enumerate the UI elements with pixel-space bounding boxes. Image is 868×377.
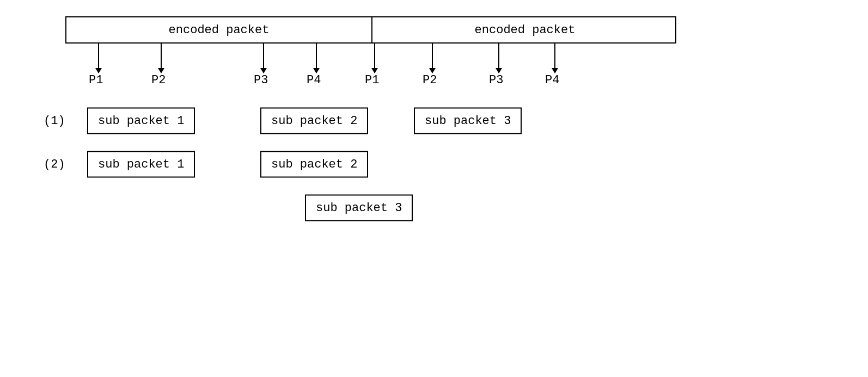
label-p1-2: P1 [365, 73, 379, 87]
arrow-p2-2 [429, 44, 436, 73]
arrow-p1-1 [95, 44, 102, 73]
arrow-p4-1 [313, 44, 320, 73]
encoded-packet-2-label: encoded packet [372, 17, 677, 42]
row1-label: (1) [44, 114, 65, 128]
row2-label: (2) [44, 158, 65, 171]
diagram: encoded packet encoded packet [44, 16, 817, 225]
arrow-p3-1 [260, 44, 267, 73]
encoded-packet-1-label: encoded packet [66, 17, 371, 42]
row2-subpacket1: sub packet 1 [87, 151, 195, 178]
label-p4-2: P4 [545, 73, 559, 87]
label-p2-1: P2 [151, 73, 166, 87]
arrow-p2-1 [158, 44, 164, 73]
row1-subpacket1: sub packet 1 [87, 108, 195, 134]
arrow-p1-2 [371, 44, 378, 73]
row1-subpacket3: sub packet 3 [414, 108, 522, 134]
label-p3-1: P3 [254, 73, 268, 87]
row1-subpacket2: sub packet 2 [260, 108, 368, 134]
label-p1-1: P1 [89, 73, 103, 87]
row2-subpacket2: sub packet 2 [260, 151, 368, 178]
label-p3-2: P3 [489, 73, 503, 87]
arrow-p4-2 [552, 44, 558, 73]
label-p2-2: P2 [423, 73, 437, 87]
arrow-p3-2 [496, 44, 502, 73]
label-p4-1: P4 [307, 73, 321, 87]
row3-subpacket3: sub packet 3 [305, 195, 413, 221]
